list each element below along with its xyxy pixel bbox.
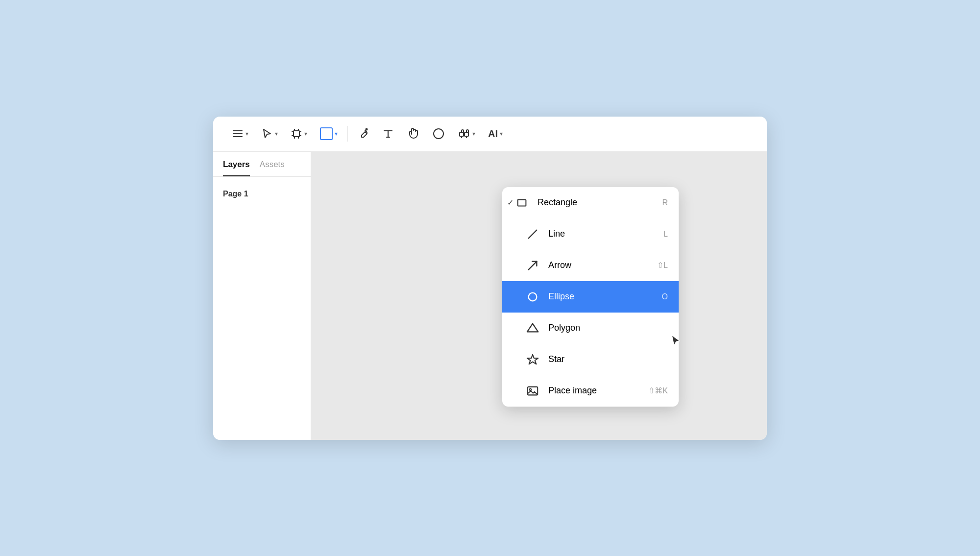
- rectangle-active-icon: [320, 127, 333, 140]
- svg-point-11: [529, 292, 537, 301]
- toolbar-separator-1: [347, 126, 348, 142]
- ai-button[interactable]: AI ▾: [483, 124, 508, 144]
- select-button[interactable]: ▾: [256, 124, 283, 144]
- arrow-shortcut: ⇧L: [657, 261, 668, 270]
- plugin-button[interactable]: ▾: [453, 123, 480, 144]
- sidebar: Layers Assets Page 1: [213, 152, 311, 440]
- ai-chevron: ▾: [500, 130, 503, 137]
- frame-chevron: ▾: [304, 130, 307, 137]
- ellipse-shortcut: O: [662, 292, 668, 301]
- line-menu-icon: [524, 225, 541, 243]
- star-label: Star: [548, 354, 662, 364]
- svg-point-4: [366, 129, 368, 130]
- cursor-chevron: ▾: [275, 130, 278, 137]
- shape-chevron: ▾: [335, 130, 338, 137]
- menu-item-rectangle[interactable]: ✓ Rectangle R: [502, 187, 679, 218]
- arrow-label: Arrow: [548, 260, 651, 270]
- tab-assets[interactable]: Assets: [260, 160, 285, 176]
- page-item[interactable]: Page 1: [223, 187, 301, 201]
- frame-button[interactable]: ▾: [286, 124, 312, 144]
- menu-item-star[interactable]: Star: [502, 344, 679, 375]
- svg-marker-12: [527, 323, 538, 332]
- hand-button[interactable]: [402, 123, 424, 144]
- ellipse-label: Ellipse: [548, 291, 656, 302]
- ai-label: AI: [488, 128, 498, 140]
- toolbar: ▾ ▾ ▾ ▾: [213, 117, 767, 152]
- svg-rect-7: [465, 132, 468, 136]
- line-shortcut: L: [663, 230, 668, 239]
- svg-rect-3: [294, 131, 299, 137]
- star-menu-icon: [524, 351, 541, 368]
- menu-item-place-image[interactable]: Place image ⇧⌘K: [502, 375, 679, 407]
- shape-button[interactable]: ▾: [315, 123, 343, 144]
- polygon-menu-icon: [524, 319, 541, 337]
- ellipse-menu-icon: [524, 288, 541, 306]
- menu-item-arrow[interactable]: Arrow ⇧L: [502, 250, 679, 281]
- menu-item-polygon[interactable]: Polygon: [502, 313, 679, 344]
- menu-chevron: ▾: [245, 130, 248, 137]
- line-label: Line: [548, 229, 658, 239]
- svg-point-15: [530, 388, 532, 390]
- rectangle-shortcut: R: [662, 198, 668, 207]
- svg-marker-13: [527, 354, 538, 364]
- sidebar-content: Page 1: [213, 177, 311, 211]
- canvas-area[interactable]: ✓ Rectangle R Li: [311, 152, 767, 440]
- menu-button[interactable]: ▾: [227, 124, 253, 144]
- rectangle-menu-icon: [513, 194, 531, 212]
- main-layout: Layers Assets Page 1 ✓ Rectangl: [213, 152, 767, 440]
- arrow-menu-icon: [524, 257, 541, 274]
- sidebar-tabs: Layers Assets: [213, 152, 311, 177]
- checkmark-icon: ✓: [507, 198, 514, 207]
- app-window: ▾ ▾ ▾ ▾: [213, 117, 767, 440]
- svg-line-10: [529, 261, 537, 269]
- shape-dropdown-menu: ✓ Rectangle R Li: [502, 187, 679, 407]
- svg-rect-6: [460, 132, 464, 136]
- svg-rect-8: [518, 199, 526, 206]
- menu-item-ellipse[interactable]: Ellipse O: [502, 281, 679, 313]
- polygon-label: Polygon: [548, 323, 662, 333]
- svg-point-5: [434, 129, 443, 139]
- menu-item-line[interactable]: Line L: [502, 218, 679, 250]
- comment-button[interactable]: [427, 123, 450, 144]
- pen-button[interactable]: [353, 124, 374, 144]
- plugin-chevron: ▾: [472, 130, 475, 137]
- tab-layers[interactable]: Layers: [223, 160, 250, 176]
- svg-line-9: [529, 230, 537, 238]
- place-image-label: Place image: [548, 386, 642, 396]
- rectangle-label: Rectangle: [538, 197, 656, 208]
- place-image-shortcut: ⇧⌘K: [648, 386, 668, 395]
- text-button[interactable]: [377, 124, 399, 144]
- image-menu-icon: [524, 382, 541, 400]
